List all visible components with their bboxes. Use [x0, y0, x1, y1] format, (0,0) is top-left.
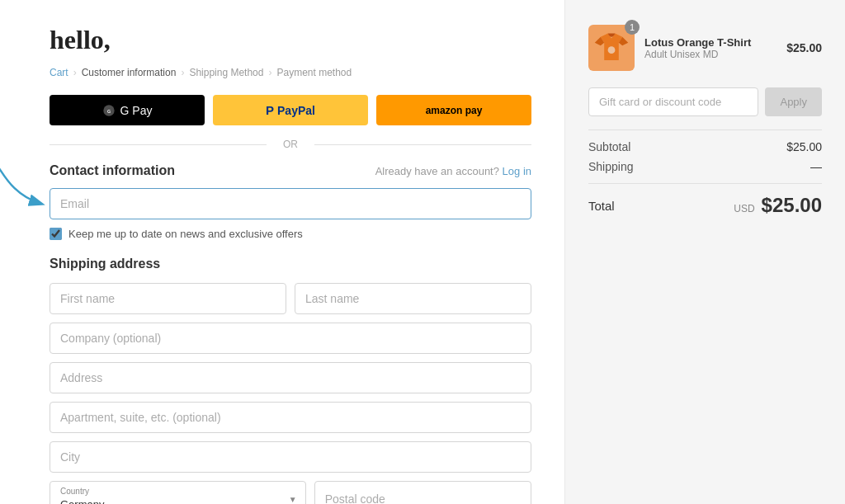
contact-section-header: Contact information Already have an acco…: [50, 163, 531, 178]
breadcrumb-cart[interactable]: Cart: [50, 67, 68, 78]
payment-buttons-row: G G Pay P PayPal amazon pay: [50, 95, 531, 125]
breadcrumb-payment-method: Payment method: [276, 67, 352, 78]
breadcrumb-shipping-method: Shipping Method: [189, 67, 263, 78]
email-input[interactable]: [50, 188, 531, 219]
shipping-row: Shipping —: [588, 160, 822, 173]
shipping-title: Shipping address: [50, 257, 531, 271]
breadcrumb-sep-3: ›: [268, 67, 271, 78]
total-label: Total: [588, 199, 615, 213]
paypal-p-icon: P: [266, 103, 274, 117]
login-link[interactable]: Log in: [503, 165, 531, 177]
address-input[interactable]: [50, 362, 531, 393]
name-row: [50, 283, 531, 314]
total-amount: $25.00: [762, 194, 822, 216]
product-info: Lotus Orange T-Shirt Adult Unisex MD: [644, 36, 777, 60]
svg-text:G: G: [106, 108, 110, 113]
newsletter-checkbox[interactable]: [50, 228, 62, 240]
apt-input[interactable]: [50, 402, 531, 433]
discount-input[interactable]: [588, 87, 758, 116]
logo: hello,: [50, 25, 531, 55]
gpay-button[interactable]: G G Pay: [50, 95, 205, 125]
last-name-input[interactable]: [295, 283, 531, 314]
login-prompt: Already have an account? Log in: [375, 165, 531, 177]
subtotal-label: Subtotal: [588, 140, 630, 153]
breadcrumb: Cart › Customer information › Shipping M…: [50, 67, 531, 78]
total-row: Total USD $25.00: [588, 194, 822, 217]
country-postal-row: Country Germany Germany United States Un…: [50, 481, 531, 504]
product-row: 1 Lotus Orange T-Shirt Adult Unisex MD $…: [588, 25, 822, 71]
tshirt-icon: [593, 30, 630, 66]
subtotal-row: Subtotal $25.00: [588, 140, 822, 153]
discount-row: Apply: [588, 87, 822, 116]
svg-point-6: [608, 46, 616, 54]
subtotal-value: $25.00: [786, 140, 822, 153]
total-currency: USD: [734, 203, 754, 214]
first-name-input[interactable]: [50, 283, 286, 314]
breadcrumb-sep-1: ›: [73, 67, 77, 78]
product-price: $25.00: [786, 41, 822, 54]
product-variant: Adult Unisex MD: [644, 49, 777, 60]
summary-divider-1: [588, 130, 822, 130]
breadcrumb-customer-info: Customer information: [82, 67, 177, 78]
or-divider: OR: [50, 139, 531, 150]
total-amount-wrapper: USD $25.00: [734, 194, 822, 217]
newsletter-label: Keep me up to date on news and exclusive…: [68, 228, 303, 240]
shipping-label: Shipping: [588, 160, 634, 173]
newsletter-checkbox-row: Keep me up to date on news and exclusive…: [50, 228, 531, 240]
order-summary-panel: 1 Lotus Orange T-Shirt Adult Unisex MD $…: [564, 0, 845, 504]
arrow-annotation: [0, 161, 58, 210]
gpay-icon: G: [102, 104, 116, 117]
shipping-value: —: [810, 160, 822, 173]
breadcrumb-sep-2: ›: [181, 67, 184, 78]
country-chevron-icon: ▼: [289, 494, 297, 503]
product-name: Lotus Orange T-Shirt: [644, 36, 777, 49]
postal-code-input[interactable]: [314, 481, 531, 504]
company-input[interactable]: [50, 323, 531, 354]
apply-discount-button[interactable]: Apply: [765, 87, 822, 116]
product-thumbnail: 1: [588, 25, 635, 71]
contact-title: Contact information: [50, 163, 175, 178]
product-quantity-badge: 1: [625, 20, 640, 35]
summary-divider-2: [588, 183, 822, 184]
amazonpay-button[interactable]: amazon pay: [376, 95, 531, 125]
city-input[interactable]: [50, 441, 531, 473]
paypal-button[interactable]: P PayPal: [213, 95, 368, 125]
country-select-wrapper[interactable]: Country Germany Germany United States Un…: [50, 481, 306, 504]
